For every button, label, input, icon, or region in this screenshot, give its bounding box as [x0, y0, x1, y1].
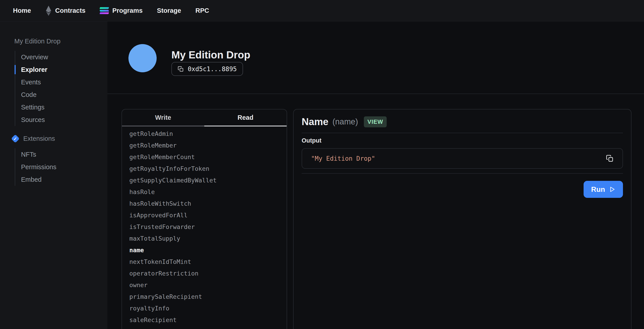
header-divider — [108, 94, 644, 94]
function-item[interactable]: hasRoleWithSwitch — [122, 198, 287, 209]
function-item[interactable]: isTrustedForwarder — [122, 221, 287, 232]
function-item[interactable]: primarySaleRecipient — [122, 291, 287, 302]
function-item[interactable]: owner — [122, 279, 287, 291]
nav-item-rpc[interactable]: RPC — [195, 7, 209, 14]
sidebar-item-explorer[interactable]: Explorer — [15, 63, 108, 76]
sidebar-item-settings[interactable]: Settings — [15, 101, 108, 114]
sidebar: My Edition Drop Overview Explorer Events… — [0, 22, 108, 329]
verified-diamond-icon: ✓ — [11, 134, 20, 143]
play-icon — [609, 186, 615, 193]
output-label: Output — [302, 137, 623, 144]
function-item[interactable]: getRoleAdmin — [122, 128, 287, 140]
function-item[interactable]: hasRole — [122, 186, 287, 198]
function-item[interactable]: getSupplyClaimedByWallet — [122, 174, 287, 186]
sidebar-extensions-label: Extensions — [23, 135, 55, 142]
output-value: "My Edition Drop" — [311, 155, 606, 162]
sidebar-item-nfts[interactable]: NFTs — [15, 148, 108, 161]
tab-bar: Write Read — [122, 110, 287, 126]
nav-item-label: Programs — [112, 7, 142, 14]
sidebar-item-sources[interactable]: Sources — [15, 114, 108, 126]
nav-item-storage[interactable]: Storage — [157, 7, 181, 14]
detail-divider-top — [302, 133, 623, 133]
sidebar-extensions-header: ✓ Extensions — [12, 135, 108, 142]
tab-read[interactable]: Read — [204, 110, 287, 126]
function-item[interactable]: maxTotalSupply — [122, 232, 287, 244]
run-button-label: Run — [591, 185, 605, 194]
detail-divider-bottom — [302, 173, 623, 174]
top-nav: Home Contracts Programs Storage RPC — [0, 0, 644, 22]
nav-item-programs[interactable]: Programs — [100, 7, 142, 14]
output-box: "My Edition Drop" — [302, 148, 623, 169]
function-item[interactable]: getRoleMemberCount — [122, 151, 287, 163]
function-title: Name — [302, 116, 328, 127]
function-item[interactable]: name — [122, 244, 287, 256]
sidebar-item-overview[interactable]: Overview — [15, 51, 108, 63]
ethereum-icon — [46, 6, 52, 16]
function-item[interactable]: isApprovedForAll — [122, 209, 287, 221]
solana-icon — [100, 7, 109, 14]
view-badge: VIEW — [364, 116, 387, 127]
main-content: My Edition Drop 0xd5c1...8895 Write Read… — [108, 22, 644, 329]
function-panel: Write Read getRoleAdmingetRoleMembergetR… — [122, 109, 287, 329]
sidebar-extensions-group: NFTs Permissions Embed — [15, 148, 108, 186]
sidebar-project-label: My Edition Drop — [14, 38, 108, 45]
output-copy-button[interactable] — [606, 155, 614, 162]
function-name-hint: (name) — [332, 117, 358, 126]
function-detail-panel: Name (name) VIEW Output "My Edition Drop… — [293, 109, 632, 329]
run-button[interactable]: Run — [584, 181, 623, 198]
tab-write[interactable]: Write — [122, 110, 204, 126]
contract-address: 0xd5c1...8895 — [188, 65, 237, 73]
copy-icon — [178, 66, 184, 72]
function-list: getRoleAdmingetRoleMembergetRoleMemberCo… — [122, 126, 287, 326]
nav-item-label: Storage — [157, 7, 181, 14]
sidebar-item-events[interactable]: Events — [15, 76, 108, 88]
function-item[interactable]: royaltyInfo — [122, 302, 287, 314]
run-row: Run — [302, 181, 623, 198]
function-item[interactable]: getRoyaltyInfoForToken — [122, 163, 287, 174]
function-item[interactable]: operatorRestriction — [122, 268, 287, 279]
nav-item-label: Contracts — [55, 7, 86, 14]
copy-icon — [606, 155, 614, 162]
nav-item-label: Home — [13, 7, 31, 14]
nav-item-contracts[interactable]: Contracts — [46, 6, 86, 16]
nav-item-home[interactable]: Home — [13, 7, 31, 14]
sidebar-project-group: Overview Explorer Events Code Settings S… — [15, 51, 108, 126]
sidebar-item-permissions[interactable]: Permissions — [15, 161, 108, 173]
contract-avatar — [128, 44, 157, 72]
sidebar-item-code[interactable]: Code — [15, 88, 108, 101]
function-item[interactable]: nextTokenIdToMint — [122, 256, 287, 268]
contract-title: My Edition Drop — [172, 49, 250, 61]
nav-item-label: RPC — [195, 7, 209, 14]
detail-header: Name (name) VIEW — [302, 115, 623, 128]
function-item[interactable]: getRoleMember — [122, 140, 287, 151]
contract-address-copy-button[interactable]: 0xd5c1...8895 — [172, 62, 243, 76]
function-item[interactable]: saleRecipient — [122, 314, 287, 326]
sidebar-item-embed[interactable]: Embed — [15, 173, 108, 186]
